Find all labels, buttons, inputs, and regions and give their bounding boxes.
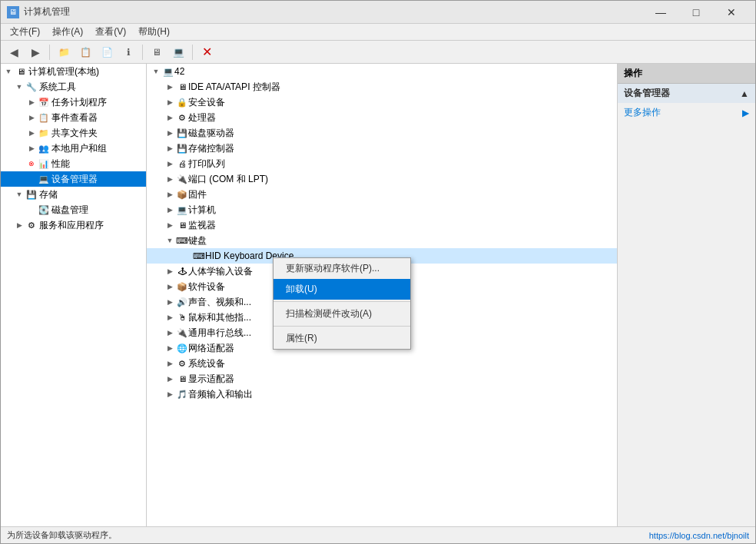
sidebar-root[interactable]: ▼ 🖥 计算机管理(本地)	[1, 64, 146, 79]
toolbar: ◀ ▶ 📁 📋 📄 ℹ 🖥 💻 ✕	[1, 41, 755, 64]
app-icon: 🖥	[7, 6, 19, 18]
dev-firmware-expand: ▶	[164, 188, 176, 201]
dev-port-label: 端口 (COM 和 LPT)	[188, 173, 268, 186]
sidebar-item-local-users[interactable]: ▶ 👥 本地用户和组	[1, 141, 146, 156]
dev-storage-ctrl[interactable]: ▶ 💾 存储控制器	[147, 141, 617, 156]
dev-disk[interactable]: ▶ 💾 磁盘驱动器	[147, 125, 617, 141]
ops-section: 设备管理器 ▲	[618, 84, 755, 103]
dev-storage-expand: ▶	[164, 142, 176, 154]
dev-monitor[interactable]: ▶ 🖥 监视器	[147, 217, 617, 233]
separator-3	[192, 45, 193, 60]
sidebar-item-disk-mgmt[interactable]: 💽 磁盘管理	[1, 202, 146, 217]
dev-hid-icon2: 🕹	[176, 265, 188, 277]
dev-port[interactable]: ▶ 🔌 端口 (COM 和 LPT)	[147, 171, 617, 187]
dev-security-label: 安全设备	[188, 96, 225, 109]
dev-audioinout[interactable]: ▶ 🎵 音频输入和输出	[147, 386, 617, 402]
sidebar-item-system-tools[interactable]: ▼ 🔧 系统工具	[1, 79, 146, 95]
dev-security-icon: 🔒	[176, 96, 188, 108]
dev-ide-label: IDE ATA/ATAPI 控制器	[188, 81, 280, 94]
dev-print[interactable]: ▶ 🖨 打印队列	[147, 156, 617, 171]
perf-icon: 📊	[38, 158, 50, 170]
sidebar-item-event-viewer[interactable]: ▶ 📋 事件查看器	[1, 110, 146, 125]
dev-keyboard-icon: ⌨	[176, 234, 188, 247]
storage-icon: 💾	[25, 188, 38, 201]
dev-firmware[interactable]: ▶ 📦 固件	[147, 187, 617, 202]
dev-display[interactable]: ▶ 🖥 显示适配器	[147, 371, 617, 386]
toolbar-btn-6[interactable]: 💻	[168, 43, 188, 61]
dev-ide-expand: ▶	[164, 81, 176, 93]
dev-cpu-label: 处理器	[188, 111, 216, 124]
dev-sysdev-icon: ⚙	[176, 357, 188, 370]
sidebar-item-scheduler[interactable]: ▶ 📅 任务计划程序	[1, 95, 146, 110]
back-button[interactable]: ◀	[4, 43, 24, 61]
ctx-properties[interactable]: 属性(R)	[274, 328, 410, 349]
maximize-button[interactable]: □	[678, 1, 714, 24]
dev-firmware-icon: 📦	[176, 188, 188, 201]
shared-icon: 📁	[38, 127, 50, 139]
sidebar-item-device-manager[interactable]: 💻 设备管理器	[1, 171, 146, 187]
toolbar-btn-5[interactable]: 🖥	[147, 43, 167, 61]
ops-section-label: 设备管理器	[624, 87, 670, 100]
ops-more[interactable]: 更多操作 ▶	[618, 103, 755, 122]
dev-usb-icon: 🔌	[176, 327, 188, 339]
dev-audio-icon: 🔊	[176, 296, 188, 308]
dev-print-expand: ▶	[164, 158, 176, 170]
dev-computer[interactable]: ▶ 💻 计算机	[147, 202, 617, 217]
dev-hid-expand2: ▶	[164, 265, 176, 277]
dev-sysdev-label: 系统设备	[188, 357, 225, 370]
ops-more-label: 更多操作	[624, 106, 661, 119]
dev-hid-label2: 人体学输入设备	[188, 265, 253, 278]
sidebar-users-label: 本地用户和组	[51, 142, 107, 155]
dev-print-label: 打印队列	[188, 158, 225, 171]
dev-ide[interactable]: ▶ 🖥 IDE ATA/ATAPI 控制器	[147, 79, 617, 95]
menu-action[interactable]: 操作(A)	[46, 24, 89, 40]
toolbar-btn-3[interactable]: 📄	[97, 43, 117, 61]
separator-2	[142, 45, 143, 60]
sidebar-item-services[interactable]: ▶ ⚙ 服务和应用程序	[1, 217, 146, 233]
ctx-update-driver[interactable]: 更新驱动程序软件(P)...	[274, 258, 410, 279]
toolbar-btn-1[interactable]: 📁	[54, 43, 74, 61]
dev-mouse-icon: 🖱	[176, 311, 188, 323]
sidebar-scheduler-label: 任务计划程序	[51, 96, 107, 109]
sidebar-item-storage[interactable]: ▼ 💾 存储	[1, 187, 146, 202]
context-menu: 更新驱动程序软件(P)... 卸载(U) 扫描检测硬件改动(A) 属性(R)	[273, 257, 411, 350]
menu-help[interactable]: 帮助(H)	[132, 24, 176, 40]
dev-sysdev[interactable]: ▶ ⚙ 系统设备	[147, 356, 617, 371]
close-button[interactable]: ✕	[714, 1, 749, 24]
minimize-button[interactable]: —	[643, 1, 678, 24]
devmgr-expand	[25, 173, 38, 185]
shared-expand: ▶	[25, 127, 38, 139]
menu-file[interactable]: 文件(F)	[4, 24, 46, 40]
dev-audioinout-icon: 🎵	[176, 388, 188, 400]
dev-usb-label: 通用串行总线...	[188, 327, 251, 340]
toolbar-btn-2[interactable]: 📋	[75, 43, 95, 61]
ops-section-arrow: ▲	[740, 88, 749, 99]
dev-port-icon: 🔌	[176, 173, 188, 185]
dev-monitor-icon: 🖥	[176, 219, 188, 231]
sidebar-services-label: 服务和应用程序	[39, 219, 104, 232]
dev-computer-expand: ▶	[164, 204, 176, 216]
dev-cpu[interactable]: ▶ ⚙ 处理器	[147, 110, 617, 125]
dev-root-expand: ▼	[150, 65, 162, 78]
sidebar-item-perf[interactable]: ⊗ 📊 性能	[1, 156, 146, 171]
ctx-sep	[274, 301, 410, 302]
dev-keyboard[interactable]: ▼ ⌨ 键盘	[147, 233, 617, 248]
ctx-uninstall[interactable]: 卸载(U)	[274, 279, 410, 300]
dev-root[interactable]: ▼ 💻 42	[147, 64, 617, 79]
dev-security[interactable]: ▶ 🔒 安全设备	[147, 95, 617, 110]
scheduler-icon: 📅	[38, 96, 50, 108]
users-icon: 👥	[38, 142, 50, 154]
toolbar-btn-4[interactable]: ℹ	[118, 43, 138, 61]
users-expand: ▶	[25, 142, 38, 154]
dev-monitor-label: 监视器	[188, 219, 216, 232]
title-controls: — □ ✕	[643, 1, 749, 24]
ctx-scan-hardware[interactable]: 扫描检测硬件改动(A)	[274, 304, 410, 324]
sidebar-event-label: 事件查看器	[51, 111, 98, 124]
menu-view[interactable]: 查看(V)	[89, 24, 132, 40]
sidebar-item-shared-folders[interactable]: ▶ 📁 共享文件夹	[1, 125, 146, 141]
dev-audio-expand: ▶	[164, 296, 176, 308]
sidebar: ▼ 🖥 计算机管理(本地) ▼ 🔧 系统工具 ▶ 📅 任务计划程序 ▶ 📋 事件…	[1, 64, 147, 526]
separator-1	[49, 45, 50, 60]
toolbar-btn-7[interactable]: ✕	[197, 43, 217, 61]
forward-button[interactable]: ▶	[25, 43, 45, 61]
